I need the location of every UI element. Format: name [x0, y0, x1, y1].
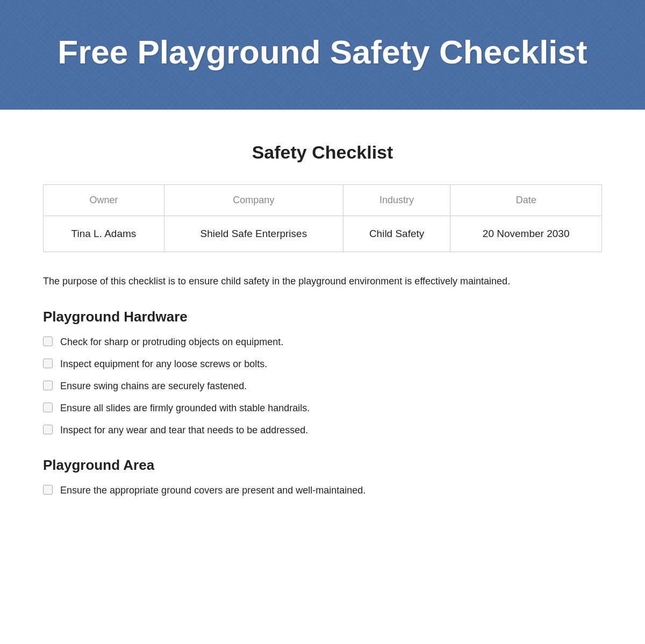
checklist-item-text: Check for sharp or protruding objects on… — [60, 335, 283, 349]
section-heading-0: Playground Hardware — [43, 309, 602, 325]
table-row: Tina L. Adams Shield Safe Enterprises Ch… — [44, 216, 602, 252]
col-header-company: Company — [164, 185, 343, 216]
list-item: Ensure the appropriate ground covers are… — [43, 483, 602, 498]
checkbox-icon[interactable] — [43, 425, 53, 434]
checklist-item-text: Ensure swing chains are securely fastene… — [60, 379, 247, 393]
checklist-item-text: Ensure all slides are firmly grounded wi… — [60, 401, 310, 416]
col-header-owner: Owner — [44, 185, 164, 216]
checklist-sections: Playground HardwareCheck for sharp or pr… — [43, 309, 602, 498]
checkbox-icon[interactable] — [43, 485, 53, 495]
checklist-item-text: Ensure the appropriate ground covers are… — [60, 483, 366, 498]
page-title: Free Playground Safety Checklist — [54, 32, 591, 72]
list-item: Ensure swing chains are securely fastene… — [43, 379, 602, 393]
checklist-1: Ensure the appropriate ground covers are… — [43, 483, 602, 498]
col-header-industry: Industry — [343, 185, 450, 216]
purpose-text: The purpose of this checklist is to ensu… — [43, 274, 602, 289]
section-heading-1: Playground Area — [43, 457, 602, 474]
checklist-item-text: Inspect equipment for any loose screws o… — [60, 357, 267, 371]
checkbox-icon[interactable] — [43, 403, 53, 412]
list-item: Check for sharp or protruding objects on… — [43, 335, 602, 349]
checkbox-icon[interactable] — [43, 337, 53, 346]
list-item: Inspect equipment for any loose screws o… — [43, 357, 602, 371]
cell-industry: Child Safety — [343, 216, 450, 252]
checkbox-icon[interactable] — [43, 381, 53, 390]
list-item: Inspect for any wear and tear that needs… — [43, 423, 602, 438]
col-header-date: Date — [450, 185, 602, 216]
main-content: Safety Checklist Owner Company Industry … — [0, 110, 645, 549]
list-item: Ensure all slides are firmly grounded wi… — [43, 401, 602, 416]
checklist-item-text: Inspect for any wear and tear that needs… — [60, 423, 308, 438]
cell-date: 20 November 2030 — [450, 216, 602, 252]
checkbox-icon[interactable] — [43, 359, 53, 368]
checklist-0: Check for sharp or protruding objects on… — [43, 335, 602, 438]
cell-owner: Tina L. Adams — [44, 216, 164, 252]
section-title: Safety Checklist — [43, 142, 602, 163]
page-header: Free Playground Safety Checklist — [0, 0, 645, 110]
cell-company: Shield Safe Enterprises — [164, 216, 343, 252]
info-table: Owner Company Industry Date Tina L. Adam… — [43, 184, 602, 252]
